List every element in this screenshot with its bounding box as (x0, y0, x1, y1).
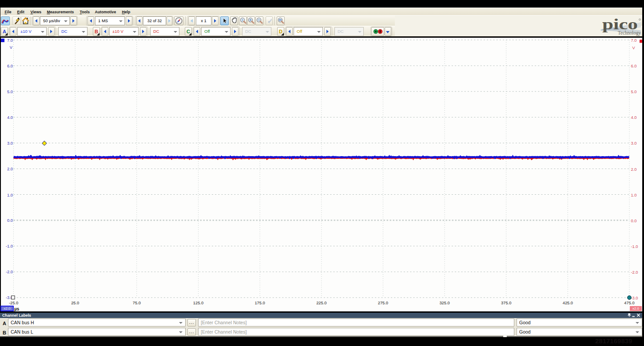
svg-text:3.0: 3.0 (631, 141, 637, 145)
svg-text:µs: µs (14, 307, 20, 311)
svg-text:325.0: 325.0 (439, 301, 449, 305)
svg-text:7.0: 7.0 (631, 38, 637, 43)
svg-text:275.0: 275.0 (378, 301, 388, 305)
svg-text:-3.0: -3.0 (631, 296, 638, 300)
svg-text:25.0: 25.0 (71, 301, 79, 305)
svg-text:2.0: 2.0 (7, 167, 13, 171)
svg-text:0.0: 0.0 (631, 219, 637, 223)
svg-text:-2.0: -2.0 (631, 270, 638, 275)
svg-text:125.0: 125.0 (193, 301, 203, 305)
svg-text:5.0: 5.0 (7, 90, 13, 94)
svg-text:0.0: 0.0 (7, 218, 13, 223)
svg-text:1.0: 1.0 (7, 193, 13, 197)
svg-text:-2.0: -2.0 (6, 270, 13, 274)
svg-text:7.0: 7.0 (7, 38, 13, 43)
svg-text:375.0: 375.0 (501, 301, 511, 305)
svg-text:-1.0: -1.0 (631, 244, 638, 249)
svg-text:1.0: 1.0 (631, 193, 637, 197)
svg-text:V: V (10, 45, 13, 50)
svg-text:425.0: 425.0 (563, 301, 573, 305)
svg-text:4.0: 4.0 (7, 115, 13, 120)
svg-text:-1.0: -1.0 (6, 244, 13, 248)
svg-text:3.0: 3.0 (7, 141, 13, 145)
svg-text:6.0: 6.0 (7, 64, 13, 68)
svg-text:5.0: 5.0 (631, 90, 637, 94)
svg-text:V: V (632, 46, 636, 50)
svg-text:6.0: 6.0 (631, 64, 637, 68)
svg-text:175.0: 175.0 (254, 301, 265, 305)
svg-text:225.0: 225.0 (316, 301, 326, 305)
svg-text:2.0: 2.0 (631, 167, 637, 172)
svg-text:4.0: 4.0 (631, 115, 637, 120)
svg-text:Technology: Technology (618, 30, 641, 36)
svg-text:75.0: 75.0 (133, 301, 141, 305)
svg-text:-25.0: -25.0 (9, 301, 18, 305)
svg-text:475.0: 475.0 (624, 301, 634, 305)
